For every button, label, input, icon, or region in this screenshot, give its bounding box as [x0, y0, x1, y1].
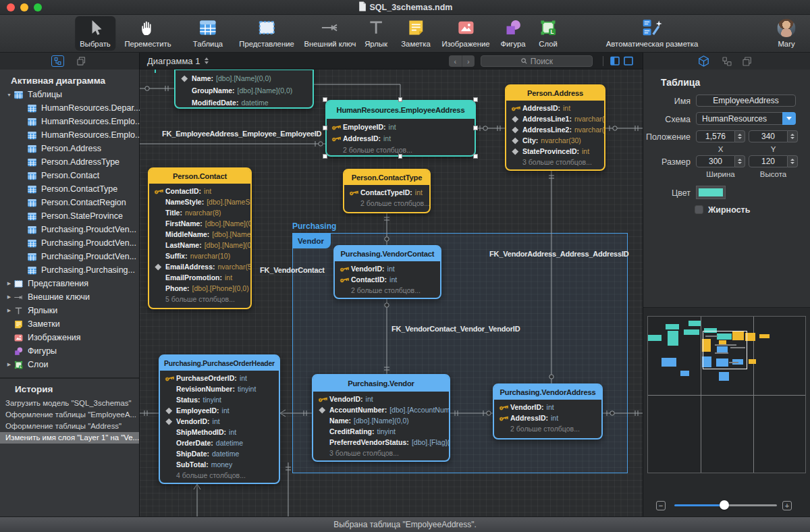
- disclosure-down-icon[interactable]: ▼: [5, 92, 13, 97]
- toolbar-button[interactable]: Изображение: [437, 16, 494, 51]
- zoom-slider-knob[interactable]: [720, 500, 729, 510]
- bold-label: Жирность: [708, 205, 750, 215]
- user-menu[interactable]: Mary: [773, 16, 801, 51]
- diagram-table-humanresourcesemployeeaddress[interactable]: HumanResources.EmployeeAddressEmployeeID…: [325, 100, 476, 157]
- toolbar-button[interactable]: Представление: [234, 16, 298, 51]
- selection-handle[interactable]: [398, 154, 403, 159]
- sidebar-item-personcontactregion[interactable]: Person.ContactRegion: [0, 196, 139, 209]
- sidebar-item-purchasingproudctven[interactable]: Purchasing.ProudctVen...: [0, 236, 139, 250]
- history-item[interactable]: Изменить имя слоя "Layer 1" на "Ve...: [0, 432, 139, 444]
- fk-label[interactable]: FK_VendorAddress_Address_AddressID: [489, 250, 629, 258]
- history-item[interactable]: Оформление таблицы "EmployeeA...: [0, 409, 139, 421]
- nav-forward-button[interactable]: ›: [462, 55, 475, 67]
- stack-view-button[interactable]: [75, 55, 88, 67]
- schema-select[interactable]: HumanResources: [696, 112, 796, 125]
- table-header: HumanResources.EmployeeAddress: [327, 101, 475, 119]
- sidebar-item-personaddresstype[interactable]: Person.AddressType: [0, 155, 139, 169]
- sidebar-item-personstateprovince[interactable]: Person.StateProvince: [0, 209, 139, 223]
- panel-right-icon[interactable]: [623, 55, 634, 69]
- sidebar-item-заметки[interactable]: Заметки: [0, 317, 139, 331]
- table-field: ModifiedDate:datetime: [176, 97, 313, 109]
- history-header: История: [0, 379, 139, 398]
- sidebar-item-humanresourcesemplo[interactable]: HumanResources.Emplo...: [0, 128, 139, 142]
- zoom-slider-track-active[interactable]: [674, 504, 724, 506]
- selection-handle[interactable]: [473, 154, 478, 159]
- toolbar-button[interactable]: LСлой: [534, 16, 562, 51]
- toolbar-button[interactable]: Заметка: [396, 16, 435, 51]
- sidebar-item-personcontacttype[interactable]: Person.ContactType: [0, 182, 139, 196]
- sidebar-item-humanresourcesdepar[interactable]: HumanResources.Depar...: [0, 101, 139, 115]
- tab-diagram-icon[interactable]: [722, 56, 732, 70]
- diagram-table-partial[interactable]: Name:[dbo].[Name](0,0)GroupName:[dbo].[N…: [174, 70, 314, 109]
- tree-view-button[interactable]: [51, 55, 64, 67]
- sidebar-item-ярлыки[interactable]: ▶Ярлыки: [0, 304, 139, 317]
- selection-handle[interactable]: [323, 126, 327, 130]
- selection-handle[interactable]: [323, 154, 327, 159]
- position-y-stepper[interactable]: 340: [749, 130, 798, 142]
- minimap-viewport[interactable]: [703, 331, 747, 369]
- selection-handle[interactable]: [398, 97, 403, 102]
- sidebar-item-внешниеключи[interactable]: ▶Внешние ключи: [0, 290, 139, 304]
- selection-handle[interactable]: [473, 97, 478, 102]
- diagram-table-personaddress[interactable]: Person.AddressAddressID:intAddressLine1:…: [505, 84, 605, 171]
- search-input[interactable]: Поиск: [481, 55, 593, 67]
- disclosure-right-icon[interactable]: ▶: [5, 362, 13, 367]
- sidebar-item-изображения[interactable]: Изображения: [0, 331, 139, 344]
- disclosure-right-icon[interactable]: ▶: [5, 308, 13, 313]
- diagram-table-purchasingpurchaseorderheader[interactable]: Purchasing.PurchaseOrderHeaderPurchaseOr…: [159, 354, 280, 484]
- fk-label[interactable]: FK_EmployeeAddress_Employee_EmployeeID: [162, 130, 321, 138]
- zoom-out-button[interactable]: −: [656, 501, 666, 510]
- zoom-slider-track[interactable]: [724, 504, 777, 506]
- sidebar-item-personaddress[interactable]: Person.Address: [0, 142, 139, 155]
- width-stepper[interactable]: 300: [696, 155, 745, 167]
- name-input[interactable]: EmployeeAddress: [696, 95, 796, 107]
- close-button[interactable]: [7, 3, 15, 11]
- color-swatch[interactable]: [696, 186, 726, 199]
- toolbar-button[interactable]: Таблица: [188, 16, 227, 51]
- history-item[interactable]: Загрузить модель "SQL_3schemas": [0, 398, 139, 409]
- tab-properties-cube-icon[interactable]: [697, 55, 710, 70]
- toolbar-button[interactable]: Фигура: [495, 16, 530, 51]
- sidebar-item-представления[interactable]: ▶Представления: [0, 277, 139, 290]
- diagram-canvas[interactable]: PurchasingVendorFK_EmployeeAddress_Emplo…: [140, 70, 643, 516]
- sidebar-item-слои[interactable]: ▶LСлои: [0, 358, 139, 371]
- tab-stack-icon[interactable]: [742, 56, 753, 70]
- history-item[interactable]: Оформление таблицы "Address": [0, 421, 139, 432]
- zoom-button[interactable]: [34, 3, 42, 11]
- toolbar-button[interactable]: Внешний ключ: [300, 16, 361, 51]
- toolbar-button[interactable]: Переместить: [119, 16, 176, 51]
- table-field: NameStyle:[dbo].[NameSt...: [149, 196, 250, 207]
- sidebar-item-personcontact[interactable]: Person.Contact: [0, 169, 139, 182]
- sidebar-item-purchasingproudctven[interactable]: Purchasing.ProudctVen...: [0, 223, 139, 236]
- position-x-stepper[interactable]: 1,576: [696, 130, 745, 142]
- sidebar-item-фигуры[interactable]: Фигуры: [0, 344, 139, 358]
- bold-checkbox[interactable]: [695, 205, 703, 214]
- diagram-switcher-icon[interactable]: [205, 57, 209, 64]
- sidebar-item-purchasingproudctven[interactable]: Purchasing.ProudctVen...: [0, 250, 139, 263]
- sidebar-item-humanresourcesemplo[interactable]: HumanResources.Emplo...: [0, 115, 139, 128]
- toolbar-button[interactable]: Автоматическая разметка: [601, 16, 703, 51]
- fk-label[interactable]: FK_VendorContact: [260, 266, 325, 274]
- zoom-in-button[interactable]: +: [782, 501, 792, 510]
- sidebar-item-таблицы[interactable]: ▼Таблицы: [0, 88, 139, 101]
- disclosure-right-icon[interactable]: ▶: [5, 294, 13, 300]
- diagram-table-personcontact[interactable]: Person.ContactContactID:intNameStyle:[db…: [148, 167, 252, 309]
- minimap[interactable]: [647, 316, 806, 473]
- minimize-button[interactable]: [20, 3, 28, 11]
- toolbar-button[interactable]: Выбрать: [75, 16, 115, 51]
- disclosure-right-icon[interactable]: ▶: [5, 281, 13, 286]
- fk-label[interactable]: FK_VendorContact_Vendor_VendorID: [392, 325, 520, 333]
- status-text: Выбрана таблица "EmpolyeeAddress".: [333, 520, 477, 529]
- diagram-table-personcontacttype[interactable]: Person.ContactTypeContactTypeID:int2 бол…: [343, 169, 431, 213]
- diagram-table-purchasingvendor[interactable]: Purchasing.VendorVendorID:intAccountNumb…: [312, 374, 450, 462]
- selection-handle[interactable]: [323, 97, 327, 102]
- height-stepper[interactable]: 120: [749, 155, 798, 167]
- diagram-table-purchasingvendoraddress[interactable]: Purchasing.VendorAddressVendorID:intAddr…: [493, 383, 603, 440]
- diagram-table-purchasingvendorcontact[interactable]: Purchasing.VendorContactVendorID:intCont…: [333, 245, 441, 299]
- selection-handle[interactable]: [473, 126, 478, 130]
- panel-left-icon[interactable]: [610, 55, 620, 69]
- toolbar-button[interactable]: Ярлык: [360, 16, 392, 51]
- nav-back-button[interactable]: ‹: [449, 55, 462, 67]
- sidebar-item-purchasingpurchasing[interactable]: Purchasing.Purchasing...: [0, 263, 139, 277]
- diagram-name[interactable]: Диаграмма 1: [147, 56, 200, 66]
